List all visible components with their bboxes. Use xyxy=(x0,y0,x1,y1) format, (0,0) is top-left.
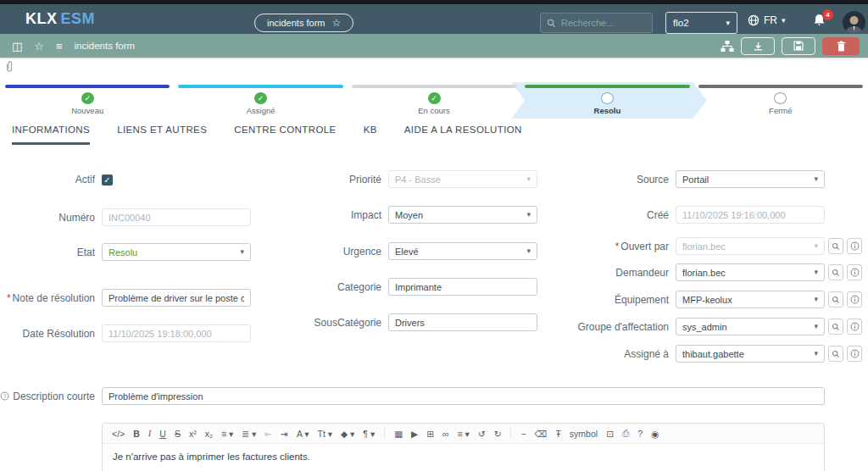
step-bar xyxy=(698,85,863,88)
subscript-icon[interactable]: x₂ xyxy=(203,429,215,439)
form-column-middle: Priorité P4 - Basse ▾ Impact Moyen ▾ Urg… xyxy=(254,170,542,331)
italic-icon[interactable]: I xyxy=(146,429,154,438)
actif-checkbox[interactable]: ✓ xyxy=(102,175,113,186)
tab-liens-et-autres[interactable]: LIENS ET AUTRES xyxy=(117,125,207,145)
tab-centre-controle[interactable]: CENTRE CONTROLE xyxy=(234,125,336,145)
impact-value: Moyen xyxy=(395,210,423,220)
date-resolution-label: Date Résolution xyxy=(0,328,102,340)
superscript-icon[interactable]: x² xyxy=(186,429,199,439)
underline-icon[interactable]: U xyxy=(157,429,169,439)
app-header: KLXESM incidents form ☆ flo2 ▾ FR ▾ 4 xyxy=(0,4,868,34)
source-select[interactable]: Portail ▾ xyxy=(676,170,825,188)
toolbar-divider xyxy=(510,428,511,439)
assigne-a-info-button[interactable] xyxy=(847,346,862,362)
notifications-bell[interactable]: 4 xyxy=(812,13,831,31)
equipement-select[interactable]: MFP-keolux ▾ xyxy=(676,291,825,308)
editor-toolbar: </> B I U S x² x₂ ≡ ▾ ≣ ▾ ⇤ ⇥ A ▾ Tt ▾ ◆… xyxy=(103,424,824,444)
assigne-a-search-button[interactable] xyxy=(828,346,843,362)
demandeur-search-button[interactable] xyxy=(828,264,843,280)
tab-aide-a-la-resolution[interactable]: AIDE A LA RESOLUTION xyxy=(404,125,522,145)
numero-label: Numéro xyxy=(0,212,102,224)
chevron-down-icon: ▾ xyxy=(814,323,818,330)
insert-image-icon[interactable]: ▦ xyxy=(392,429,405,439)
step-circle-icon xyxy=(601,92,614,104)
highlight-color-icon[interactable]: ◆ ▾ xyxy=(338,429,357,439)
preview-eye-icon[interactable]: ◉ xyxy=(648,429,661,439)
groupe-affectation-info-button[interactable] xyxy=(847,319,862,335)
svg-text:?: ? xyxy=(3,393,7,399)
equipement-search-button[interactable] xyxy=(828,291,843,308)
tab-kb[interactable]: KB xyxy=(364,125,377,145)
font-size-icon[interactable]: Tt ▾ xyxy=(315,429,336,439)
symbol-button[interactable]: symbol xyxy=(567,429,600,439)
delete-button[interactable] xyxy=(822,37,860,55)
user-avatar[interactable] xyxy=(843,11,865,34)
description-text[interactable]: Je n'arrive pas à imprimer les factures … xyxy=(103,444,824,469)
ouvert-par-search-button[interactable] xyxy=(828,238,843,254)
trash-icon xyxy=(837,41,846,52)
etat-select[interactable]: Resolu ▾ xyxy=(102,243,251,261)
undo-icon[interactable]: ↺ xyxy=(476,429,488,439)
save-button[interactable] xyxy=(782,37,815,55)
strikethrough-icon[interactable]: S xyxy=(172,429,183,439)
paragraph-format-icon[interactable]: ¶ ▾ xyxy=(360,429,377,439)
align-icon[interactable]: ≡ ▾ xyxy=(454,429,471,439)
insert-table-icon[interactable]: ⊞ xyxy=(424,429,437,439)
export-download-button[interactable] xyxy=(741,37,775,55)
toolbar-divider xyxy=(384,428,385,439)
demandeur-info-button[interactable] xyxy=(847,264,862,280)
search-input[interactable] xyxy=(561,18,646,28)
assigne-a-select[interactable]: thibaut.gabette ▾ xyxy=(676,345,825,363)
ouvert-par-select: florian.bec ▾ xyxy=(676,237,825,255)
eraser-icon[interactable]: ⌫ xyxy=(532,429,550,439)
ouvert-par-info-button[interactable] xyxy=(847,238,862,254)
print-icon[interactable]: ⎙ xyxy=(620,428,632,439)
equipement-info-button[interactable] xyxy=(847,291,862,308)
horizontal-rule-icon[interactable]: − xyxy=(518,429,528,439)
categorie-input[interactable] xyxy=(388,278,537,296)
current-form-pill[interactable]: incidents form ☆ xyxy=(254,14,353,32)
insert-link-icon[interactable]: ∞ xyxy=(440,429,452,439)
language-selector[interactable]: FR ▾ xyxy=(748,14,786,26)
chevron-down-icon: ▾ xyxy=(814,242,818,250)
step-check-icon: ✓ xyxy=(428,92,441,104)
workflow-sitemap-icon[interactable] xyxy=(721,40,734,53)
actif-label: Actif xyxy=(0,174,102,186)
step-label: Fermé xyxy=(769,106,792,115)
attachment-paperclip-icon[interactable] xyxy=(5,61,14,73)
profile-selector[interactable]: flo2 ▾ xyxy=(665,12,737,34)
clear-formatting-icon[interactable]: Ŧ xyxy=(553,429,563,439)
chevron-down-icon: ▾ xyxy=(814,296,818,303)
outdent-icon[interactable]: ⇤ xyxy=(262,429,275,439)
chevron-down-icon: ▾ xyxy=(726,19,730,27)
side-panel-icon[interactable]: ◫ xyxy=(12,40,22,53)
search-icon xyxy=(547,19,556,28)
tab-informations[interactable]: INFORMATIONS xyxy=(12,125,90,145)
form-toolbar: ◫ ☆ ≡ incidents form xyxy=(0,34,868,58)
bold-icon[interactable]: B xyxy=(131,429,142,439)
impact-select[interactable]: Moyen ▾ xyxy=(388,206,537,224)
global-search[interactable] xyxy=(540,13,653,33)
font-color-icon[interactable]: A ▾ xyxy=(294,429,312,439)
urgence-select[interactable]: Elevé ▾ xyxy=(388,242,537,260)
info-icon xyxy=(850,322,860,331)
numbered-list-icon[interactable]: ≣ ▾ xyxy=(239,429,259,439)
groupe-affectation-select[interactable]: sys_admin ▾ xyxy=(676,318,825,335)
sous-categorie-input[interactable] xyxy=(388,313,537,331)
editor-help-icon[interactable]: ? xyxy=(635,429,645,439)
redo-icon[interactable]: ↻ xyxy=(492,429,504,439)
favorite-star-icon[interactable]: ☆ xyxy=(331,17,341,29)
insert-video-icon[interactable]: ▶ xyxy=(409,429,420,439)
bullet-list-icon[interactable]: ≡ ▾ xyxy=(219,429,236,439)
indent-icon[interactable]: ⇥ xyxy=(278,429,291,439)
fullscreen-icon[interactable]: ⊡ xyxy=(604,429,616,439)
groupe-affectation-search-button[interactable] xyxy=(828,319,843,335)
menu-hamburger-icon[interactable]: ≡ xyxy=(56,40,63,53)
code-view-icon[interactable]: </> xyxy=(109,429,127,439)
description-editor[interactable]: </> B I U S x² x₂ ≡ ▾ ≣ ▾ ⇤ ⇥ A ▾ Tt ▾ ◆… xyxy=(102,423,825,471)
note-resolution-input[interactable] xyxy=(102,289,251,307)
priorite-value: P4 - Basse xyxy=(395,175,441,185)
favorite-star-icon[interactable]: ☆ xyxy=(34,40,44,53)
demandeur-select[interactable]: florian.bec ▾ xyxy=(676,263,825,281)
description-courte-input[interactable] xyxy=(102,387,825,405)
